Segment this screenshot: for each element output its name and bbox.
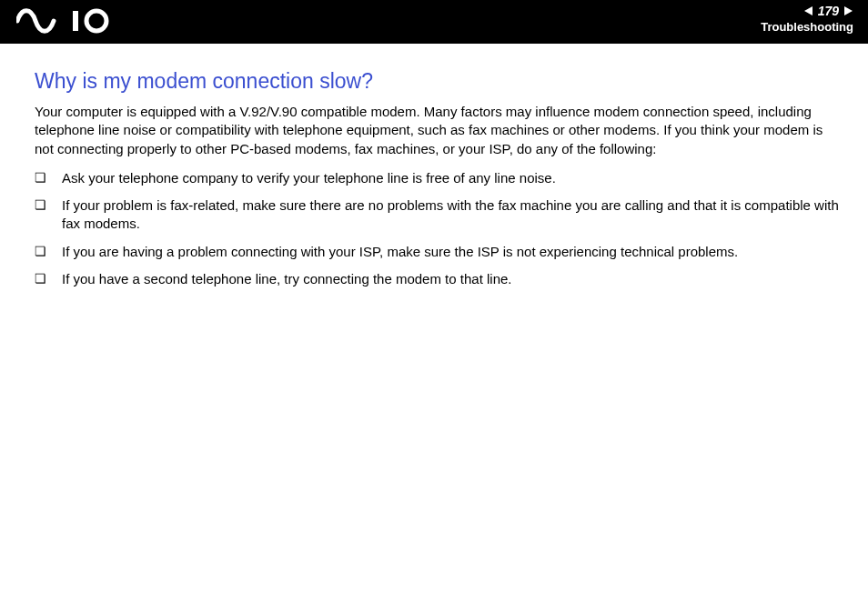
svg-marker-3 [844,6,853,15]
page-header: 179 Troubleshooting [0,0,868,44]
page-number: 179 [818,4,839,18]
section-label: Troubleshooting [761,20,853,34]
prev-page-icon[interactable] [803,5,814,16]
page-content: Why is my modem connection slow? Your co… [0,44,868,288]
next-page-icon[interactable] [843,5,853,16]
svg-point-1 [86,11,106,31]
svg-rect-0 [73,11,78,31]
list-item: If you are having a problem connecting w… [35,243,839,261]
article-intro: Your computer is equipped with a V.92/V.… [35,103,839,158]
vaio-logo [16,5,116,36]
article-title: Why is my modem connection slow? [35,69,839,94]
list-item: Ask your telephone company to verify you… [35,169,839,187]
list-item: If your problem is fax-related, make sur… [35,196,839,234]
svg-marker-2 [804,6,812,15]
header-right: 179 Troubleshooting [761,4,853,34]
page-nav: 179 [761,4,853,18]
troubleshooting-list: Ask your telephone company to verify you… [35,169,839,288]
list-item: If you have a second telephone line, try… [35,270,839,288]
